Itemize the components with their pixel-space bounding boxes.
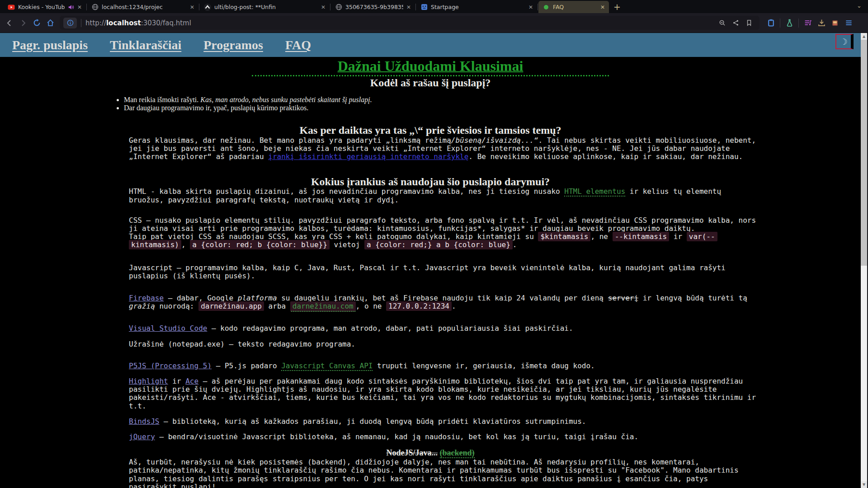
paragraph: CSS – nusako puslapio elementų stilių. p…	[129, 216, 775, 249]
tab-separator	[415, 4, 416, 10]
browser-tab[interactable]: localhost:1234/projec✕	[87, 1, 198, 13]
tab-title: ulti/blog-post: **Unfin	[214, 4, 318, 10]
link[interactable]: jQuery	[129, 432, 155, 441]
text-span: nuorodą:	[155, 302, 198, 310]
text-span: . Tai nebus skirtas veikti mobiliuosiuos…	[538, 136, 756, 145]
text-span: pakeisti/rašyti. Ace - atvirkščiai, tiem…	[129, 393, 756, 402]
startpage-icon	[420, 4, 428, 11]
tab-title: Startpage	[431, 4, 525, 10]
scrollbar-thumb[interactable]	[861, 40, 867, 266]
link[interactable]: Firebase	[129, 294, 164, 302]
tab-close-icon[interactable]: ✕	[190, 4, 194, 10]
url-bar[interactable]: http://localhost:3030/faq.html	[60, 16, 760, 30]
text-span: Geras klausimas, dar nežinau. Bet mano p…	[129, 136, 451, 145]
text-line: Užrašinė (notepad.exe) – teksto redagavi…	[129, 340, 775, 348]
globe-icon	[91, 4, 99, 11]
tab-bar: Kookies - YouTube✕localhost:1234/projec✕…	[0, 0, 868, 13]
text-span: jei jie bus paversti ant šono, beje niek…	[129, 144, 730, 153]
text-line: „Internet Explorer“ aš padariau įrankį i…	[129, 153, 775, 161]
tab-close-icon[interactable]: ✕	[77, 4, 82, 10]
link[interactable]: BindsJS	[129, 417, 159, 426]
playlist-extension-icon[interactable]	[801, 16, 815, 30]
theme-toggle-button[interactable]: ☽	[835, 34, 854, 49]
text-span: Kas, man atrodo, nebus sunku pastebėti s…	[200, 96, 372, 103]
scroll-up-arrow[interactable]: ▲	[861, 33, 867, 40]
nav-link[interactable]: Pagr. puslapis	[12, 38, 88, 52]
zoom-out-icon[interactable]	[715, 16, 729, 30]
page-scrollbar[interactable]: ▲ ▼	[861, 33, 868, 488]
flask-extension-icon[interactable]	[783, 16, 796, 30]
browser-tab[interactable]: FAQ✕	[538, 1, 609, 13]
link[interactable]: Javascript Canvas API	[281, 361, 373, 371]
text-line: Highlight ir Ace – aš perėjau per pakank…	[129, 377, 775, 385]
text-line: CSS – nusako puslapio elementų stilių. p…	[129, 216, 775, 225]
text-line: t.t.	[129, 402, 775, 410]
forward-button[interactable]	[16, 16, 30, 30]
site-info-icon[interactable]	[63, 18, 77, 28]
text-span	[438, 448, 440, 457]
browser-tab[interactable]: ulti/blog-post: **Unfin✕	[200, 1, 330, 13]
list-tabs-chevron-icon[interactable]: ⌄	[857, 2, 862, 9]
text-span: . Be neveikimo keliuose aplinkose, kaip …	[468, 152, 743, 161]
text-span: /būseną/išvaizdą...“	[451, 136, 538, 145]
text-span: truputi lengvesne ir, geriausia, išmeta …	[373, 361, 594, 370]
share-icon[interactable]	[729, 16, 742, 30]
link[interactable]: įrankį išsirinkti geriausią interneto na…	[268, 152, 468, 161]
clipboard-extension-icon[interactable]	[764, 16, 778, 30]
tab-audio-icon[interactable]	[68, 4, 74, 10]
text-span: Javascript – programavimo kalba, kaip C,…	[129, 263, 726, 272]
text-line: jei jie bus paversti ant šono, beje niek…	[129, 145, 775, 153]
home-button[interactable]	[43, 16, 57, 30]
text-span: Užrašinė (notepad.exe) – teksto redagavi…	[129, 340, 355, 348]
back-button[interactable]	[3, 16, 16, 30]
paragraph: Highlight ir Ace – aš perėjau per pakank…	[129, 377, 775, 410]
text-line: Geras klausimas, dar nežinau. Bet mano p…	[129, 136, 775, 145]
bookmark-icon[interactable]	[742, 16, 756, 30]
text-span: Kas per daiktas yra tas „\“ prie šviesio…	[299, 124, 561, 136]
text-line: gražią nuorodą: darnežinau.app arba darn…	[129, 302, 775, 310]
nav-link[interactable]: FAQ	[285, 38, 311, 52]
reload-button[interactable]	[30, 16, 43, 30]
tab-close-icon[interactable]: ✕	[528, 4, 533, 10]
text-span: Aš, turbūt, nerašysiu nė kiek posistemės…	[129, 458, 699, 466]
text-span: su daugeliu įrankių, bet aš Firebase nau…	[277, 294, 608, 302]
new-tab-button[interactable]: +	[613, 2, 621, 12]
text-span: .	[513, 240, 517, 249]
section-heading: NodeJS/Java... (backend)	[0, 448, 861, 457]
browser-tab[interactable]: Startpage✕	[416, 1, 537, 13]
tab-close-icon[interactable]: ✕	[406, 4, 411, 10]
link[interactable]: Highlight	[129, 377, 168, 385]
link[interactable]: Ace	[185, 377, 198, 385]
text-line: NodeJS/Java... (backend)	[0, 448, 861, 457]
link[interactable]: (backend)	[440, 448, 475, 458]
inline-code: var(--	[687, 232, 717, 241]
main-heading[interactable]: Dažnai Užduodami Klausimai	[252, 58, 609, 76]
text-line: pasilikti prie šių dviejų. Highlightjs a…	[129, 385, 775, 394]
text-span: pasilikti prie šių dviejų. Highlightjs a…	[129, 385, 717, 394]
url-text[interactable]: http://localhost:3030/faq.html	[85, 19, 191, 27]
link[interactable]: darnežinau.com	[290, 301, 356, 312]
text-line: pasirašykit puslapį!	[129, 483, 775, 488]
menu-icon[interactable]	[842, 16, 855, 30]
link[interactable]: HTML elementus	[564, 187, 625, 197]
paragraph: Geras klausimas, dar nežinau. Bet mano p…	[129, 136, 775, 161]
profile-extension-icon[interactable]	[828, 16, 842, 30]
text-line: ji ateina visai arti prie programavimo k…	[129, 225, 775, 233]
browser-tab[interactable]: Kookies - YouTube✕	[4, 1, 86, 13]
tab-title: FAQ	[553, 4, 597, 10]
nav-link[interactable]: Programos	[203, 38, 263, 52]
text-span: .	[452, 302, 456, 310]
text-line: Kas per daiktas yra tas „\“ prie šviesio…	[0, 124, 861, 136]
text-line: planas, tiesiog dalintis parašęs straips…	[129, 475, 775, 483]
tab-close-icon[interactable]: ✕	[600, 4, 605, 10]
text-span: Man reikia išmokti rašyti.	[124, 96, 200, 103]
link[interactable]: P5JS (Processing 5)	[129, 361, 212, 370]
text-line: Visual Studio Code – kodo redagavimo pro…	[129, 324, 775, 333]
browser-tab[interactable]: 350673635-9b39835✕	[331, 1, 415, 13]
scroll-down-arrow[interactable]: ▼	[861, 481, 867, 488]
nav-link[interactable]: Tinklaraščiai	[110, 38, 181, 52]
link[interactable]: Visual Studio Code	[129, 324, 207, 333]
paragraph: P5JS (Processing 5) – P5.js padaro Javas…	[129, 362, 775, 370]
tab-close-icon[interactable]: ✕	[321, 4, 326, 10]
download-icon[interactable]	[815, 16, 828, 30]
